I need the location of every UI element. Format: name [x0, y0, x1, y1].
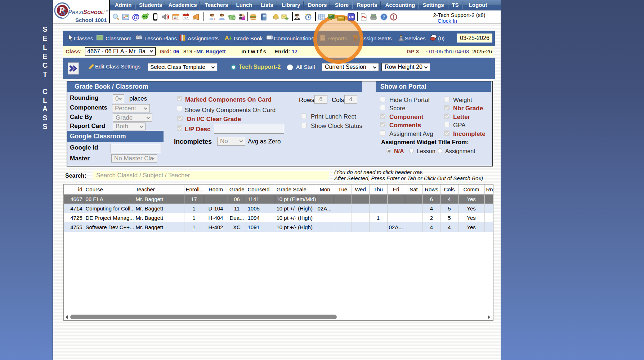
- svg-text:+: +: [147, 14, 148, 16]
- svg-text:?: ?: [383, 14, 385, 20]
- svg-text:A/P: A/P: [348, 15, 354, 19]
- svg-text:17: 17: [184, 16, 188, 20]
- svg-text:P: P: [58, 5, 65, 15]
